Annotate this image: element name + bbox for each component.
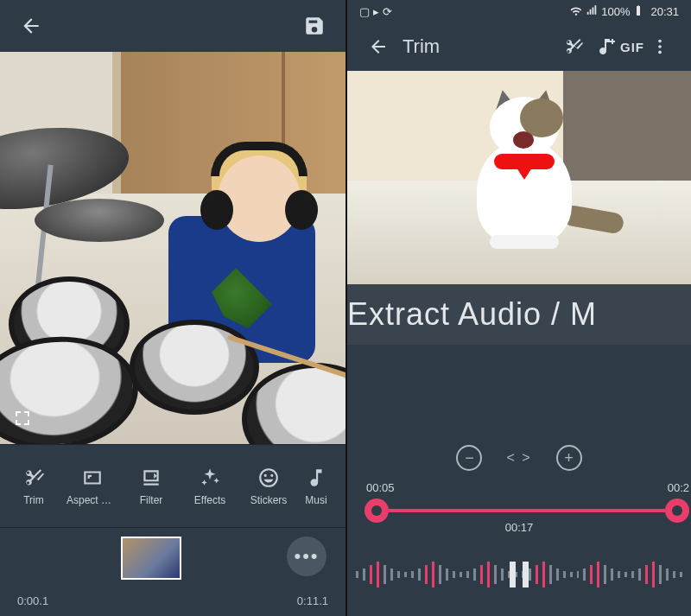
overlay-caption: Extract Audio / M	[347, 284, 691, 345]
status-youtube-icon: ▸	[373, 5, 379, 18]
svg-point-0	[658, 40, 662, 43]
trim-current-label: 00:17	[505, 521, 534, 534]
clock-time: 20:31	[650, 5, 679, 18]
timeline-start-time: 0:00.1	[17, 594, 48, 607]
zoom-controls: − < > +	[347, 438, 691, 478]
tool-stickers[interactable]: Stickers	[240, 467, 297, 506]
battery-percent: 100%	[601, 5, 630, 18]
trim-handle-start[interactable]	[365, 499, 389, 523]
more-vert-icon	[650, 37, 669, 56]
gif-button[interactable]: GIF	[620, 31, 644, 62]
editor-screen-main: Trim Aspect R… Filter Effects Stickers M…	[0, 0, 346, 616]
pause-icon	[510, 562, 516, 587]
status-app-icon: ▢	[359, 5, 370, 18]
tool-filter-label: Filter	[140, 494, 163, 506]
trim-slider[interactable]: 00:05 00:2 00:17	[347, 478, 691, 538]
overflow-button[interactable]	[644, 31, 675, 62]
gif-label: GIF	[620, 40, 644, 54]
cut-button[interactable]	[558, 31, 589, 62]
tool-aspect[interactable]: Aspect R…	[64, 467, 121, 506]
note-plus-icon	[594, 36, 615, 57]
scissors-icon	[563, 36, 584, 57]
more-dots-icon: •••	[294, 545, 319, 568]
tool-music[interactable]: Musi	[299, 467, 333, 506]
tool-effects-label: Effects	[194, 494, 225, 506]
more-fab[interactable]: •••	[287, 537, 326, 576]
status-sync-icon: ⟳	[383, 5, 392, 18]
back-arrow-icon	[20, 15, 42, 37]
trim-end-label: 00:2	[668, 481, 689, 494]
save-icon	[303, 15, 326, 37]
note-icon	[305, 467, 327, 489]
add-music-button[interactable]	[589, 31, 620, 62]
timeline-strip[interactable]: ••• 0:00.1 0:11.1	[0, 527, 346, 616]
clip-thumbnail[interactable]	[121, 537, 181, 580]
save-button[interactable]	[299, 10, 330, 41]
expand-icon[interactable]	[12, 408, 33, 432]
pause-button[interactable]	[498, 554, 540, 595]
timeline-end-time: 0:11.1	[297, 594, 328, 607]
tool-stickers-label: Stickers	[250, 494, 288, 506]
svg-point-2	[658, 51, 662, 54]
back-button[interactable]	[16, 10, 47, 41]
plus-icon: +	[564, 449, 574, 467]
trim-handle-end[interactable]	[665, 499, 689, 523]
zoom-fit-button[interactable]: < >	[506, 450, 531, 466]
tool-filter[interactable]: Filter	[123, 467, 180, 506]
editor-screen-trim: ▢ ▸ ⟳ 100% 20:31 Trim GIF	[346, 0, 691, 616]
zoom-in-button[interactable]: +	[556, 445, 582, 471]
scissors-icon	[22, 467, 45, 489]
tool-effects[interactable]: Effects	[181, 467, 238, 506]
minus-icon: −	[465, 449, 474, 467]
status-bar: ▢ ▸ ⟳ 100% 20:31	[347, 0, 691, 22]
back-button[interactable]	[363, 31, 394, 62]
trim-start-label: 00:05	[366, 481, 395, 494]
signal-icon	[586, 4, 598, 19]
zoom-out-button[interactable]: −	[456, 445, 482, 471]
tool-music-label: Musi	[305, 494, 326, 506]
filter-icon	[140, 467, 162, 489]
tool-trim[interactable]: Trim	[5, 467, 62, 506]
svg-point-1	[658, 45, 662, 48]
battery-icon	[633, 4, 643, 19]
back-arrow-icon	[368, 36, 389, 57]
wifi-icon	[570, 4, 582, 19]
topbar-left	[0, 0, 346, 52]
tool-row: Trim Aspect R… Filter Effects Stickers M…	[0, 444, 346, 527]
waveform-row	[347, 538, 691, 616]
aspect-icon	[81, 467, 104, 489]
topbar-right: Trim GIF	[347, 22, 691, 71]
sparkle-icon	[199, 467, 221, 489]
video-preview[interactable]	[347, 71, 691, 284]
smiley-icon	[257, 467, 280, 489]
tool-aspect-label: Aspect R…	[67, 494, 118, 506]
video-preview[interactable]	[0, 52, 346, 444]
page-title: Trim	[403, 35, 440, 58]
tool-trim-label: Trim	[23, 494, 44, 506]
